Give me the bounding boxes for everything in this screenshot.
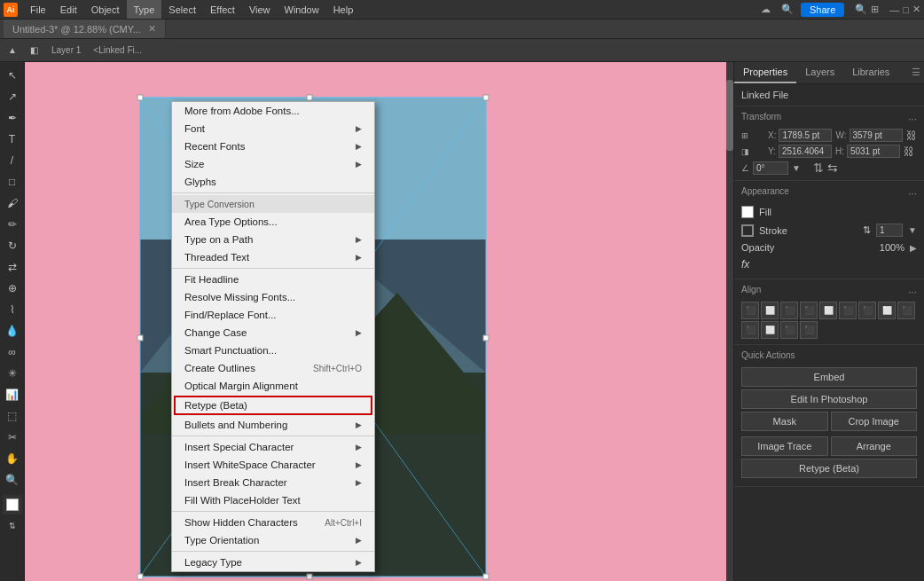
angle-input[interactable]: [753, 161, 788, 175]
flip-icon[interactable]: ⇅: [813, 161, 824, 175]
fill-color-swatch[interactable]: [741, 206, 754, 218]
opacity-dropdown-icon[interactable]: ▶: [910, 243, 917, 253]
search-icon[interactable]: 🔍: [781, 4, 794, 15]
arrange-button[interactable]: Arrange: [831, 436, 918, 456]
crop-image-button[interactable]: Crop Image: [831, 412, 918, 431]
selection-tool[interactable]: ↖: [3, 66, 22, 85]
menu-size[interactable]: Size ▶: [172, 155, 374, 173]
rect-tool[interactable]: □: [3, 172, 22, 192]
menu-more-from-adobe[interactable]: More from Adobe Fonts...: [172, 102, 374, 120]
menu-bullets-numbering[interactable]: Bullets and Numbering ▶: [172, 416, 374, 434]
menu-window[interactable]: Window: [278, 0, 326, 19]
y-input[interactable]: [779, 145, 832, 158]
maximize-icon[interactable]: □: [903, 4, 909, 15]
stroke-value-input[interactable]: [876, 224, 903, 237]
line-tool[interactable]: /: [3, 151, 22, 170]
minimize-icon[interactable]: —: [889, 4, 899, 15]
menu-show-hidden[interactable]: Show Hidden Characters Alt+Ctrl+I: [172, 514, 374, 531]
distribute-center-v-icon[interactable]: ⬜: [761, 321, 779, 339]
stroke-swatch[interactable]: [741, 224, 754, 237]
menu-create-outlines[interactable]: Create Outlines Shift+Ctrl+O: [172, 359, 374, 377]
menu-glyphs[interactable]: Glyphs: [172, 173, 374, 191]
align-top-edge-icon[interactable]: ⬛: [800, 302, 818, 319]
align-left-edge-icon[interactable]: ⬛: [741, 302, 759, 319]
blend-tool[interactable]: ∞: [3, 342, 22, 362]
swap-colors-icon[interactable]: ⇅: [3, 516, 22, 536]
document-tab[interactable]: Untitled-3* @ 12.88% (CMY... ✕: [4, 20, 166, 38]
menu-type-orientation[interactable]: Type Orientation ▶: [172, 531, 374, 549]
menu-recent-fonts[interactable]: Recent Fonts ▶: [172, 137, 374, 155]
menu-fill-placeholder[interactable]: Fill With PlaceHolder Text: [172, 491, 374, 509]
tab-properties[interactable]: Properties: [734, 62, 796, 83]
x-input[interactable]: [779, 129, 832, 142]
menu-effect[interactable]: Effect: [203, 0, 242, 19]
menu-object[interactable]: Object: [84, 0, 127, 19]
align-center-h-icon[interactable]: ⬜: [761, 302, 779, 319]
puppet-warp-tool[interactable]: ⊕: [3, 279, 22, 298]
image-trace-button[interactable]: Image Trace: [741, 436, 828, 456]
tab-libraries[interactable]: Libraries: [843, 62, 898, 83]
share-button[interactable]: Share: [801, 3, 844, 17]
mask-button[interactable]: Mask: [741, 412, 828, 431]
distribute-center-h-icon[interactable]: ⬜: [878, 302, 896, 319]
menu-legacy-type[interactable]: Legacy Type ▶: [172, 554, 374, 571]
stroke-dropdown-icon[interactable]: ▼: [908, 225, 917, 235]
direct-selection-tool[interactable]: ↗: [3, 87, 22, 106]
symbol-sprayer-tool[interactable]: ✳: [3, 364, 22, 383]
rotate-tool[interactable]: ↻: [3, 236, 22, 255]
menu-smart-punctuation[interactable]: Smart Punctuation...: [172, 342, 374, 359]
menu-resolve-missing[interactable]: Resolve Missing Fonts...: [172, 288, 374, 306]
angle-dropdown-icon[interactable]: ▼: [792, 163, 801, 173]
artboard-tool[interactable]: ⬚: [3, 406, 22, 426]
align-bottom-edge-icon[interactable]: ⬛: [839, 302, 857, 319]
w-input[interactable]: [850, 129, 903, 142]
graph-tool[interactable]: 📊: [3, 385, 22, 404]
align-to-icon[interactable]: ⬛: [800, 321, 818, 339]
constrain-icon2[interactable]: ⛓: [904, 145, 914, 158]
paintbrush-tool[interactable]: 🖌: [3, 193, 22, 213]
menu-insert-special[interactable]: Insert Special Character ▶: [172, 438, 374, 456]
menu-type[interactable]: Type: [127, 0, 162, 19]
tab-close-icon[interactable]: ✕: [148, 23, 156, 35]
menu-type-on-path[interactable]: Type on a Path ▶: [172, 231, 374, 248]
menu-retype-beta[interactable]: Retype (Beta): [174, 396, 372, 415]
type-tool[interactable]: T: [3, 130, 22, 149]
menu-insert-break[interactable]: Insert Break Character ▶: [172, 474, 374, 491]
close-icon[interactable]: ✕: [912, 4, 920, 15]
menu-change-case[interactable]: Change Case ▶: [172, 324, 374, 342]
tab-layers[interactable]: Layers: [796, 62, 843, 83]
panel-options-icon[interactable]: ☰: [908, 62, 924, 83]
appearance-options-icon[interactable]: ···: [908, 187, 917, 200]
menu-threaded-text[interactable]: Threaded Text ▶: [172, 248, 374, 266]
menu-area-type-options[interactable]: Area Type Options...: [172, 213, 374, 231]
menu-font[interactable]: Font ▶: [172, 120, 374, 137]
slice-tool[interactable]: ✂: [3, 428, 22, 447]
menu-file[interactable]: File: [23, 0, 53, 19]
embed-button[interactable]: Embed: [741, 367, 917, 387]
arrow-tool-icon[interactable]: ▲: [4, 42, 21, 59]
menu-find-replace-font[interactable]: Find/Replace Font...: [172, 306, 374, 324]
eyedropper-tool[interactable]: 💧: [3, 321, 22, 341]
menu-edit[interactable]: Edit: [53, 0, 84, 19]
transform-options-icon[interactable]: ···: [908, 113, 917, 125]
pen-tool[interactable]: ✒: [3, 108, 22, 128]
menu-help[interactable]: Help: [326, 0, 361, 19]
layer-icon[interactable]: ◧: [25, 42, 43, 59]
distribute-left-icon[interactable]: ⬛: [858, 302, 876, 319]
menu-optical-margin[interactable]: Optical Margin Alignment: [172, 377, 374, 395]
mirror-tool[interactable]: ⇄: [3, 257, 22, 277]
flip2-icon[interactable]: ⇆: [827, 161, 838, 175]
align-right-edge-icon[interactable]: ⬛: [780, 302, 798, 319]
distribute-right-icon[interactable]: ⬛: [897, 302, 915, 319]
distribute-bottom-icon[interactable]: ⬛: [780, 321, 798, 339]
zoom-tool[interactable]: 🔍: [3, 470, 22, 490]
h-input[interactable]: [847, 145, 900, 158]
retype-beta-button[interactable]: Retype (Beta): [741, 459, 917, 478]
canvas-scrollbar[interactable]: [726, 62, 733, 581]
scrollbar-thumb[interactable]: [726, 80, 733, 151]
hand-tool[interactable]: ✋: [3, 449, 22, 468]
pencil-tool[interactable]: ✏: [3, 215, 22, 234]
fill-color-swatch[interactable]: [3, 495, 22, 514]
width-tool[interactable]: ⌇: [3, 300, 22, 319]
distribute-top-icon[interactable]: ⬛: [741, 321, 759, 339]
